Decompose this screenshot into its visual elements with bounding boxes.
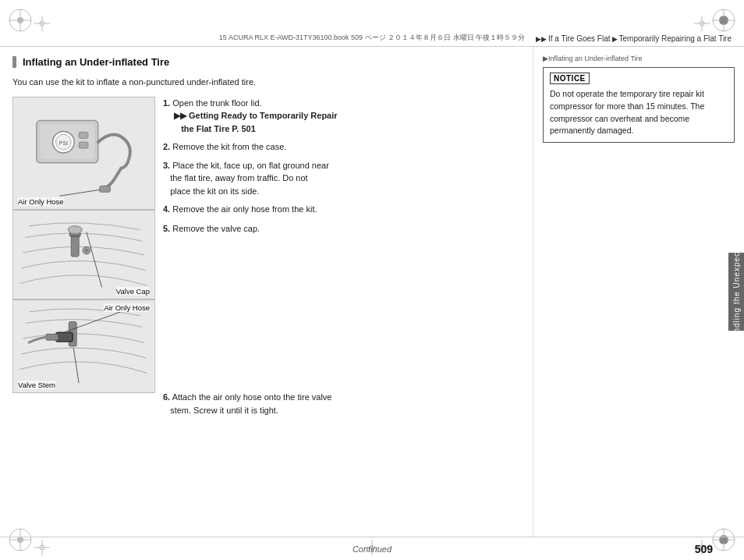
step-2-text: Remove the kit from the case. xyxy=(172,142,286,151)
footer-continued: Continued xyxy=(353,544,391,554)
step-4-num: 4. xyxy=(163,204,170,214)
main-content: Inflating an Under-inflated Tire You can… xyxy=(0,47,744,537)
side-tab: Handling the Unexpected xyxy=(728,253,744,331)
step-6-num: 6. xyxy=(163,392,170,402)
step-6: 6. Attach the air only hose onto the tir… xyxy=(163,391,525,416)
illustration-1: PSI Air Only Hose xyxy=(12,97,155,210)
steps-column: 1. Open the trunk floor lid. ▶▶ Getting … xyxy=(163,97,525,423)
svg-rect-47 xyxy=(100,186,111,192)
intro-text: You can use the kit to inflate a non-pun… xyxy=(12,76,525,89)
step-1-text: Open the trunk floor lid. xyxy=(172,98,261,108)
step-3: 3. Place the kit, face up, on flat groun… xyxy=(163,159,525,198)
step-3-text: Place the kit, face up, on flat ground n… xyxy=(163,161,329,196)
svg-rect-46 xyxy=(79,142,88,148)
right-section-label: ▶Inflating an Under-inflated Tire xyxy=(543,55,735,62)
svg-text:PSI: PSI xyxy=(59,140,68,146)
svg-rect-45 xyxy=(79,132,88,138)
illus3-label-tr: Air Only Hose xyxy=(104,303,150,312)
notice-box: NOTICE Do not operate the temporary tire… xyxy=(543,67,735,143)
section-title: Inflating an Under-inflated Tire xyxy=(12,56,525,68)
breadcrumb-arrow1: ▶▶ xyxy=(536,35,547,43)
illus3-label-bl: Valve Stem xyxy=(18,381,55,389)
illustration-3: Air Only Hose Valve Stem xyxy=(12,299,155,393)
step-5-num: 5. xyxy=(163,224,170,233)
content-row: PSI Air Only Hose xyxy=(12,97,525,423)
step-5-text: Remove the valve cap. xyxy=(172,224,260,233)
images-column: PSI Air Only Hose xyxy=(12,97,155,393)
svg-rect-49 xyxy=(14,211,154,299)
step-2: 2. Remove the kit from the case. xyxy=(163,140,525,154)
illus2-label: Valve Cap xyxy=(116,287,150,296)
file-info: 15 ACURA RLX E-AWD-31TY36100.book 509 ペー… xyxy=(219,33,525,43)
breadcrumb-part2: Temporarily Repairing a Flat Tire xyxy=(619,34,732,43)
illus1-label: Air Only Hose xyxy=(18,197,64,206)
step-5: 5. Remove the valve cap. xyxy=(163,222,525,236)
step-1-link: ▶▶ Getting Ready to Temporarily Repair t… xyxy=(163,109,525,135)
step-3-num: 3. xyxy=(163,161,170,170)
right-panel: ▶Inflating an Under-inflated Tire NOTICE… xyxy=(533,47,744,537)
step-2-num: 2. xyxy=(163,142,170,151)
svg-point-54 xyxy=(85,249,88,252)
page-number: 509 xyxy=(695,543,713,555)
page-header: 15 ACURA RLX E-AWD-31TY36100.book 509 ペー… xyxy=(0,0,744,47)
svg-point-52 xyxy=(68,225,82,233)
notice-text: Do not operate the temporary tire repair… xyxy=(550,88,728,137)
breadcrumb-part1: If a Tire Goes Flat xyxy=(548,34,610,43)
svg-rect-59 xyxy=(46,334,58,340)
page-footer: Continued 509 xyxy=(0,537,744,560)
step-4-text: Remove the air only hose from the kit. xyxy=(172,204,317,214)
breadcrumb: ▶▶ If a Tire Goes Flat ▶ Temporarily Rep… xyxy=(536,34,732,43)
breadcrumb-arrow2: ▶ xyxy=(612,35,618,43)
step-1-num: 1. xyxy=(163,98,170,108)
step-4: 4. Remove the air only hose from the kit… xyxy=(163,203,525,216)
step-6-text: Attach the air only hose onto the tire v… xyxy=(163,392,331,415)
left-panel: Inflating an Under-inflated Tire You can… xyxy=(0,47,533,537)
notice-title: NOTICE xyxy=(550,73,590,84)
illustration-2: Valve Cap xyxy=(12,210,155,299)
side-tab-text: Handling the Unexpected xyxy=(732,239,741,344)
step-1: 1. Open the trunk floor lid. ▶▶ Getting … xyxy=(163,97,525,136)
